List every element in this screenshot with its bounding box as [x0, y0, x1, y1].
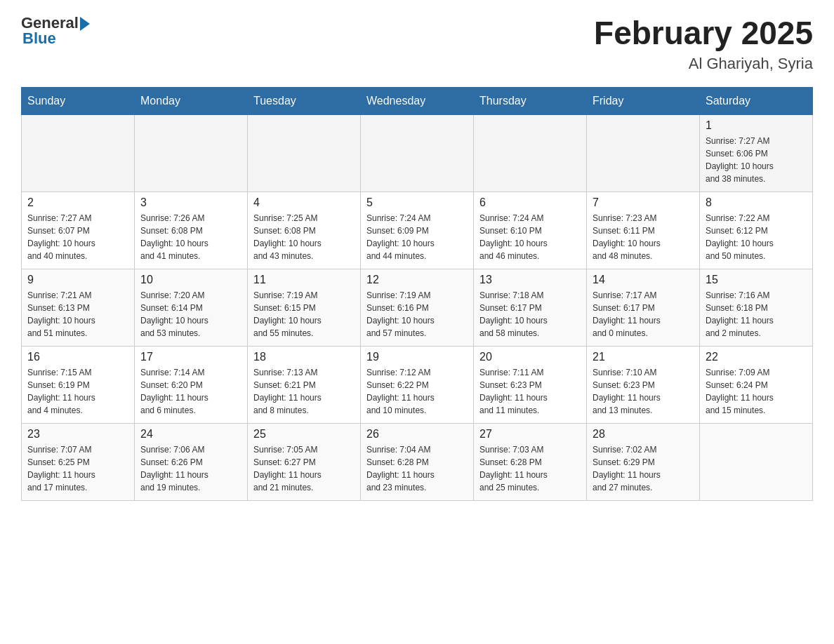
- day-info: Sunrise: 7:07 AM Sunset: 6:25 PM Dayligh…: [27, 443, 128, 494]
- logo: General Blue: [21, 14, 90, 48]
- calendar-cell: 4Sunrise: 7:25 AM Sunset: 6:08 PM Daylig…: [248, 192, 361, 269]
- day-number: 9: [27, 274, 128, 286]
- calendar-cell: [22, 115, 135, 192]
- day-number: 11: [253, 274, 355, 286]
- day-number: 4: [253, 196, 355, 209]
- weekday-header-sunday: Sunday: [22, 88, 135, 115]
- calendar-cell: 20Sunrise: 7:11 AM Sunset: 6:23 PM Dayli…: [474, 347, 587, 424]
- day-info: Sunrise: 7:14 AM Sunset: 6:20 PM Dayligh…: [140, 366, 241, 417]
- day-info: Sunrise: 7:10 AM Sunset: 6:23 PM Dayligh…: [593, 366, 694, 417]
- day-number: 27: [479, 428, 581, 441]
- weekday-header-thursday: Thursday: [474, 88, 587, 115]
- calendar-cell: 8Sunrise: 7:22 AM Sunset: 6:12 PM Daylig…: [700, 192, 813, 269]
- logo-blue-text: Blue: [21, 29, 56, 48]
- day-info: Sunrise: 7:22 AM Sunset: 6:12 PM Dayligh…: [706, 212, 807, 262]
- day-number: 7: [593, 196, 694, 209]
- day-number: 28: [593, 428, 694, 441]
- calendar-cell: [248, 115, 361, 192]
- day-info: Sunrise: 7:02 AM Sunset: 6:29 PM Dayligh…: [593, 443, 694, 494]
- calendar-cell: 17Sunrise: 7:14 AM Sunset: 6:20 PM Dayli…: [135, 347, 248, 424]
- day-info: Sunrise: 7:24 AM Sunset: 6:09 PM Dayligh…: [366, 212, 468, 262]
- calendar-cell: 9Sunrise: 7:21 AM Sunset: 6:13 PM Daylig…: [22, 269, 135, 347]
- calendar-cell: 2Sunrise: 7:27 AM Sunset: 6:07 PM Daylig…: [22, 192, 135, 269]
- day-info: Sunrise: 7:12 AM Sunset: 6:22 PM Dayligh…: [366, 366, 468, 417]
- weekday-header-monday: Monday: [135, 88, 248, 115]
- day-number: 3: [140, 196, 241, 209]
- calendar-cell: 11Sunrise: 7:19 AM Sunset: 6:15 PM Dayli…: [248, 269, 361, 347]
- day-number: 25: [253, 428, 355, 441]
- calendar-cell: [135, 115, 248, 192]
- calendar-week-row: 9Sunrise: 7:21 AM Sunset: 6:13 PM Daylig…: [22, 269, 813, 347]
- calendar-cell: 14Sunrise: 7:17 AM Sunset: 6:17 PM Dayli…: [587, 269, 700, 347]
- calendar-cell: 27Sunrise: 7:03 AM Sunset: 6:28 PM Dayli…: [474, 424, 587, 501]
- day-number: 17: [140, 351, 241, 363]
- calendar-cell: 15Sunrise: 7:16 AM Sunset: 6:18 PM Dayli…: [700, 269, 813, 347]
- day-info: Sunrise: 7:09 AM Sunset: 6:24 PM Dayligh…: [706, 366, 807, 417]
- calendar-week-row: 1Sunrise: 7:27 AM Sunset: 6:06 PM Daylig…: [22, 115, 813, 192]
- calendar-cell: 19Sunrise: 7:12 AM Sunset: 6:22 PM Dayli…: [361, 347, 474, 424]
- calendar-subtitle: Al Ghariyah, Syria: [594, 55, 813, 73]
- day-info: Sunrise: 7:04 AM Sunset: 6:28 PM Dayligh…: [366, 443, 468, 494]
- day-info: Sunrise: 7:27 AM Sunset: 6:07 PM Dayligh…: [27, 212, 128, 262]
- day-number: 14: [593, 274, 694, 286]
- day-info: Sunrise: 7:18 AM Sunset: 6:17 PM Dayligh…: [479, 289, 581, 340]
- calendar-cell: 10Sunrise: 7:20 AM Sunset: 6:14 PM Dayli…: [135, 269, 248, 347]
- calendar-cell: 23Sunrise: 7:07 AM Sunset: 6:25 PM Dayli…: [22, 424, 135, 501]
- weekday-header-friday: Friday: [587, 88, 700, 115]
- calendar-cell: 21Sunrise: 7:10 AM Sunset: 6:23 PM Dayli…: [587, 347, 700, 424]
- day-number: 26: [366, 428, 468, 441]
- day-info: Sunrise: 7:24 AM Sunset: 6:10 PM Dayligh…: [479, 212, 581, 262]
- day-number: 2: [27, 196, 128, 209]
- day-info: Sunrise: 7:23 AM Sunset: 6:11 PM Dayligh…: [593, 212, 694, 262]
- calendar-cell: 5Sunrise: 7:24 AM Sunset: 6:09 PM Daylig…: [361, 192, 474, 269]
- day-info: Sunrise: 7:19 AM Sunset: 6:16 PM Dayligh…: [366, 289, 468, 340]
- calendar-week-row: 2Sunrise: 7:27 AM Sunset: 6:07 PM Daylig…: [22, 192, 813, 269]
- day-info: Sunrise: 7:25 AM Sunset: 6:08 PM Dayligh…: [253, 212, 355, 262]
- calendar-cell: 3Sunrise: 7:26 AM Sunset: 6:08 PM Daylig…: [135, 192, 248, 269]
- day-number: 1: [706, 119, 807, 132]
- title-area: February 2025 Al Ghariyah, Syria: [594, 14, 813, 73]
- day-number: 15: [706, 274, 807, 286]
- weekday-header-tuesday: Tuesday: [248, 88, 361, 115]
- calendar-week-row: 16Sunrise: 7:15 AM Sunset: 6:19 PM Dayli…: [22, 347, 813, 424]
- day-number: 10: [140, 274, 241, 286]
- day-info: Sunrise: 7:16 AM Sunset: 6:18 PM Dayligh…: [706, 289, 807, 340]
- weekday-header-wednesday: Wednesday: [361, 88, 474, 115]
- day-info: Sunrise: 7:06 AM Sunset: 6:26 PM Dayligh…: [140, 443, 241, 494]
- calendar-cell: 12Sunrise: 7:19 AM Sunset: 6:16 PM Dayli…: [361, 269, 474, 347]
- calendar-cell: 13Sunrise: 7:18 AM Sunset: 6:17 PM Dayli…: [474, 269, 587, 347]
- day-number: 5: [366, 196, 468, 209]
- logo-arrow-icon: [80, 17, 90, 31]
- calendar-cell: 16Sunrise: 7:15 AM Sunset: 6:19 PM Dayli…: [22, 347, 135, 424]
- calendar-cell: [361, 115, 474, 192]
- day-number: 13: [479, 274, 581, 286]
- day-number: 8: [706, 196, 807, 209]
- day-number: 6: [479, 196, 581, 209]
- day-info: Sunrise: 7:26 AM Sunset: 6:08 PM Dayligh…: [140, 212, 241, 262]
- calendar-cell: 26Sunrise: 7:04 AM Sunset: 6:28 PM Dayli…: [361, 424, 474, 501]
- day-info: Sunrise: 7:05 AM Sunset: 6:27 PM Dayligh…: [253, 443, 355, 494]
- calendar-cell: 24Sunrise: 7:06 AM Sunset: 6:26 PM Dayli…: [135, 424, 248, 501]
- weekday-header-row: SundayMondayTuesdayWednesdayThursdayFrid…: [22, 88, 813, 115]
- calendar-title: February 2025: [594, 14, 813, 52]
- calendar-cell: [474, 115, 587, 192]
- day-info: Sunrise: 7:03 AM Sunset: 6:28 PM Dayligh…: [479, 443, 581, 494]
- calendar-cell: 1Sunrise: 7:27 AM Sunset: 6:06 PM Daylig…: [700, 115, 813, 192]
- calendar-cell: 6Sunrise: 7:24 AM Sunset: 6:10 PM Daylig…: [474, 192, 587, 269]
- header: General Blue February 2025 Al Ghariyah, …: [21, 14, 813, 73]
- day-info: Sunrise: 7:19 AM Sunset: 6:15 PM Dayligh…: [253, 289, 355, 340]
- day-number: 20: [479, 351, 581, 363]
- day-number: 24: [140, 428, 241, 441]
- day-number: 16: [27, 351, 128, 363]
- day-number: 23: [27, 428, 128, 441]
- calendar-cell: [700, 424, 813, 501]
- day-number: 21: [593, 351, 694, 363]
- day-info: Sunrise: 7:27 AM Sunset: 6:06 PM Dayligh…: [706, 135, 807, 185]
- calendar-cell: 28Sunrise: 7:02 AM Sunset: 6:29 PM Dayli…: [587, 424, 700, 501]
- calendar-cell: 18Sunrise: 7:13 AM Sunset: 6:21 PM Dayli…: [248, 347, 361, 424]
- day-number: 22: [706, 351, 807, 363]
- calendar-cell: 22Sunrise: 7:09 AM Sunset: 6:24 PM Dayli…: [700, 347, 813, 424]
- day-number: 12: [366, 274, 468, 286]
- day-number: 18: [253, 351, 355, 363]
- day-info: Sunrise: 7:21 AM Sunset: 6:13 PM Dayligh…: [27, 289, 128, 340]
